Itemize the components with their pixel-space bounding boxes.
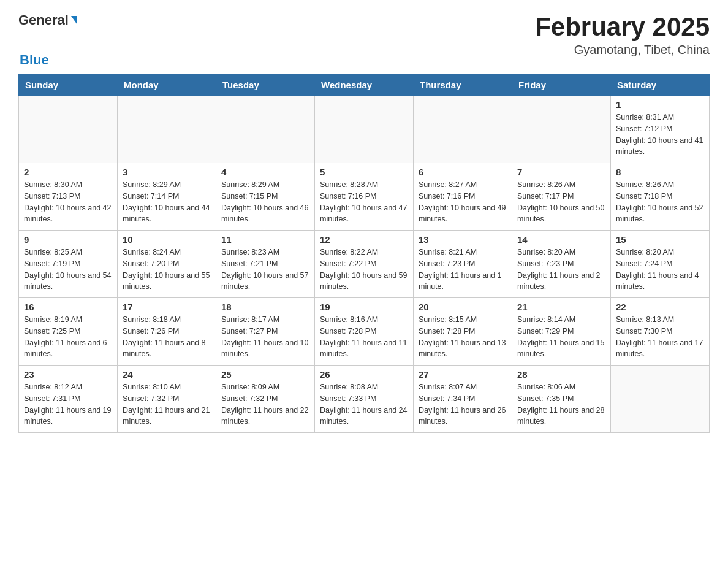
day-number: 14 [517,234,605,245]
day-number: 2 [24,167,112,177]
header-tuesday: Tuesday [216,75,315,96]
calendar-cell: 10Sunrise: 8:24 AMSunset: 7:20 PMDayligh… [118,231,216,298]
week-row-1: 1Sunrise: 8:31 AMSunset: 7:12 PMDaylight… [19,96,710,163]
calendar-cell [611,366,710,433]
calendar-cell: 13Sunrise: 8:21 AMSunset: 7:23 PMDayligh… [414,231,512,298]
calendar-cell: 18Sunrise: 8:17 AMSunset: 7:27 PMDayligh… [216,298,315,366]
header-thursday: Thursday [414,75,512,96]
day-info: Sunrise: 8:29 AMSunset: 7:14 PMDaylight:… [123,179,211,225]
calendar-cell: 2Sunrise: 8:30 AMSunset: 7:13 PMDaylight… [19,163,118,231]
calendar-cell: 3Sunrise: 8:29 AMSunset: 7:14 PMDaylight… [118,163,216,231]
day-info: Sunrise: 8:28 AMSunset: 7:16 PMDaylight:… [320,179,408,225]
title-block: February 2025 Gyamotang, Tibet, China [535,12,710,57]
day-info: Sunrise: 8:30 AMSunset: 7:13 PMDaylight:… [24,179,112,225]
calendar-cell: 6Sunrise: 8:27 AMSunset: 7:16 PMDaylight… [414,163,512,231]
day-number: 27 [419,369,507,380]
day-info: Sunrise: 8:27 AMSunset: 7:16 PMDaylight:… [419,179,507,225]
day-number: 23 [24,369,112,380]
calendar-cell: 4Sunrise: 8:29 AMSunset: 7:15 PMDaylight… [216,163,315,231]
header-wednesday: Wednesday [315,75,414,96]
calendar-cell: 27Sunrise: 8:07 AMSunset: 7:34 PMDayligh… [414,366,512,433]
day-number: 12 [320,234,408,245]
calendar-cell: 8Sunrise: 8:26 AMSunset: 7:18 PMDaylight… [611,163,710,231]
day-info: Sunrise: 8:13 AMSunset: 7:30 PMDaylight:… [616,314,704,360]
logo: General [18,12,78,28]
day-info: Sunrise: 8:15 AMSunset: 7:28 PMDaylight:… [419,314,507,360]
day-number: 15 [616,234,704,245]
day-number: 17 [123,302,211,312]
calendar-cell: 12Sunrise: 8:22 AMSunset: 7:22 PMDayligh… [315,231,414,298]
day-number: 4 [221,167,309,177]
logo-general-text: General [18,12,69,28]
day-number: 21 [517,302,605,312]
day-info: Sunrise: 8:08 AMSunset: 7:33 PMDaylight:… [320,381,408,427]
day-number: 28 [517,369,605,380]
calendar-cell: 16Sunrise: 8:19 AMSunset: 7:25 PMDayligh… [19,298,118,366]
week-row-5: 23Sunrise: 8:12 AMSunset: 7:31 PMDayligh… [19,366,710,433]
day-info: Sunrise: 8:10 AMSunset: 7:32 PMDaylight:… [123,381,211,427]
calendar-cell: 14Sunrise: 8:20 AMSunset: 7:23 PMDayligh… [512,231,611,298]
header-saturday: Saturday [611,75,710,96]
day-info: Sunrise: 8:07 AMSunset: 7:34 PMDaylight:… [419,381,507,427]
calendar-cell: 15Sunrise: 8:20 AMSunset: 7:24 PMDayligh… [611,231,710,298]
day-info: Sunrise: 8:26 AMSunset: 7:17 PMDaylight:… [517,179,605,225]
week-row-2: 2Sunrise: 8:30 AMSunset: 7:13 PMDaylight… [19,163,710,231]
day-number: 20 [419,302,507,312]
day-info: Sunrise: 8:20 AMSunset: 7:23 PMDaylight:… [517,247,605,293]
day-number: 19 [320,302,408,312]
calendar-cell [414,96,512,163]
calendar-cell: 25Sunrise: 8:09 AMSunset: 7:32 PMDayligh… [216,366,315,433]
calendar-cell: 19Sunrise: 8:16 AMSunset: 7:28 PMDayligh… [315,298,414,366]
day-number: 22 [616,302,704,312]
day-number: 7 [517,167,605,177]
calendar-cell: 23Sunrise: 8:12 AMSunset: 7:31 PMDayligh… [19,366,118,433]
calendar-cell: 1Sunrise: 8:31 AMSunset: 7:12 PMDaylight… [611,96,710,163]
day-number: 10 [123,234,211,245]
day-info: Sunrise: 8:16 AMSunset: 7:28 PMDaylight:… [320,314,408,360]
calendar-cell: 7Sunrise: 8:26 AMSunset: 7:17 PMDaylight… [512,163,611,231]
calendar-cell [19,96,118,163]
day-info: Sunrise: 8:12 AMSunset: 7:31 PMDaylight:… [24,381,112,427]
logo-blue-text: Blue [20,52,49,68]
day-number: 8 [616,167,704,177]
day-info: Sunrise: 8:17 AMSunset: 7:27 PMDaylight:… [221,314,309,360]
calendar-cell: 28Sunrise: 8:06 AMSunset: 7:35 PMDayligh… [512,366,611,433]
day-info: Sunrise: 8:20 AMSunset: 7:24 PMDaylight:… [616,247,704,293]
day-info: Sunrise: 8:25 AMSunset: 7:19 PMDaylight:… [24,247,112,293]
day-info: Sunrise: 8:22 AMSunset: 7:22 PMDaylight:… [320,247,408,293]
calendar-cell [216,96,315,163]
day-info: Sunrise: 8:18 AMSunset: 7:26 PMDaylight:… [123,314,211,360]
week-row-4: 16Sunrise: 8:19 AMSunset: 7:25 PMDayligh… [19,298,710,366]
day-number: 26 [320,369,408,380]
calendar-cell [315,96,414,163]
day-number: 6 [419,167,507,177]
calendar-body: 1Sunrise: 8:31 AMSunset: 7:12 PMDaylight… [19,96,710,433]
header-row: SundayMondayTuesdayWednesdayThursdayFrid… [19,75,710,96]
day-info: Sunrise: 8:26 AMSunset: 7:18 PMDaylight:… [616,179,704,225]
calendar-cell [118,96,216,163]
day-info: Sunrise: 8:31 AMSunset: 7:12 PMDaylight:… [616,112,704,158]
calendar-header: SundayMondayTuesdayWednesdayThursdayFrid… [19,75,710,96]
day-number: 5 [320,167,408,177]
calendar-cell: 20Sunrise: 8:15 AMSunset: 7:28 PMDayligh… [414,298,512,366]
day-info: Sunrise: 8:09 AMSunset: 7:32 PMDaylight:… [221,381,309,427]
calendar-cell: 17Sunrise: 8:18 AMSunset: 7:26 PMDayligh… [118,298,216,366]
day-info: Sunrise: 8:14 AMSunset: 7:29 PMDaylight:… [517,314,605,360]
day-number: 16 [24,302,112,312]
calendar-cell: 24Sunrise: 8:10 AMSunset: 7:32 PMDayligh… [118,366,216,433]
page-header: General February 2025 Gyamotang, Tibet, … [18,12,710,57]
day-number: 1 [616,99,704,110]
day-number: 25 [221,369,309,380]
header-monday: Monday [118,75,216,96]
calendar-cell: 9Sunrise: 8:25 AMSunset: 7:19 PMDaylight… [19,231,118,298]
header-friday: Friday [512,75,611,96]
day-number: 9 [24,234,112,245]
day-info: Sunrise: 8:29 AMSunset: 7:15 PMDaylight:… [221,179,309,225]
calendar-cell: 26Sunrise: 8:08 AMSunset: 7:33 PMDayligh… [315,366,414,433]
calendar-cell: 5Sunrise: 8:28 AMSunset: 7:16 PMDaylight… [315,163,414,231]
calendar-table: SundayMondayTuesdayWednesdayThursdayFrid… [18,74,710,433]
day-number: 3 [123,167,211,177]
calendar-cell [512,96,611,163]
logo-arrow-icon [71,16,77,25]
day-info: Sunrise: 8:19 AMSunset: 7:25 PMDaylight:… [24,314,112,360]
